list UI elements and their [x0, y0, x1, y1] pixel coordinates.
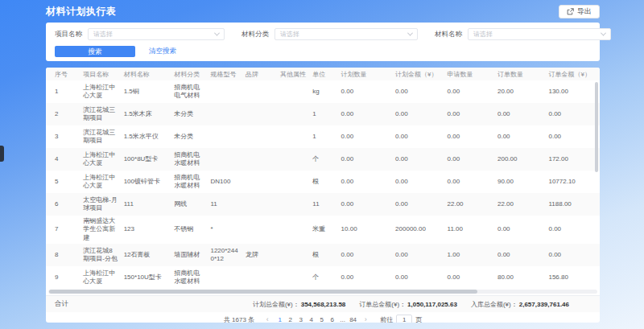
column-header: 计划金额（¥）: [393, 68, 444, 80]
table-cell: 招商机电 水暖材料: [171, 171, 208, 193]
table-cell: 根: [310, 244, 338, 266]
goto-page-input[interactable]: [396, 315, 412, 323]
table-cell: 1.5铜: [122, 80, 171, 103]
clear-search-link[interactable]: 清空搜索: [149, 47, 176, 56]
table-cell: 网线: [171, 193, 208, 216]
column-header: 序号: [46, 68, 80, 80]
table-cell: 156.80: [546, 266, 600, 289]
plan-total-value: 354,568,213.58: [301, 301, 346, 308]
table-cell: 11: [310, 193, 338, 216]
table-cell: 0.00: [339, 244, 393, 266]
order-total: 订单总金额(¥)： 1,050,117,025.63: [359, 300, 457, 309]
page-number[interactable]: 3: [295, 315, 306, 323]
page-number[interactable]: 5: [316, 315, 327, 323]
table-cell: 上海松江中心大厦: [80, 148, 121, 171]
table-cell: 不锈钢: [171, 216, 208, 244]
table-cell: 4: [46, 148, 80, 171]
vertical-scrollbar[interactable]: [595, 82, 598, 172]
table-row: 8滨江花城8期项目-分包12石膏板墙面辅材1220*2440*12龙牌根0.00…: [46, 244, 600, 266]
table-cell: 7: [46, 216, 80, 244]
prev-page-button[interactable]: ‹: [262, 315, 272, 323]
table-cell: [208, 125, 242, 148]
project-select[interactable]: 请选择: [88, 28, 225, 40]
chevron-down-icon: [601, 31, 606, 36]
table-cell: 1220*2440*12: [208, 244, 242, 266]
table-row: 2滨江花城三期项目1.5米木床未分类10.000.000.000.000.00: [46, 103, 600, 125]
chevron-down-icon: [407, 31, 413, 36]
page-number[interactable]: 4: [306, 315, 316, 323]
table-cell: 150*10U型卡: [122, 266, 171, 289]
next-page-button[interactable]: ›: [361, 315, 370, 323]
goto-label: 前往: [380, 315, 393, 323]
table-cell: 未分类: [171, 125, 208, 148]
filter-row: 项目名称 请选择 材料分类 请选择 材料名称 请选择: [55, 28, 591, 40]
table-cell: kg: [310, 80, 338, 103]
table-cell: 根: [310, 171, 338, 193]
table-cell: 0.00: [393, 171, 444, 193]
table-row: 5上海松江中心大厦100镀锌管卡招商机电 水暖材料DN100根0.000.000…: [46, 171, 600, 193]
table-cell: 5: [46, 171, 80, 193]
column-header: 材料分类: [171, 68, 208, 80]
table-cell: 1: [310, 125, 338, 148]
page-number[interactable]: 2: [285, 315, 295, 323]
table-cell: 个: [310, 266, 338, 289]
page-number[interactable]: 6: [327, 315, 337, 323]
table-cell: 11: [208, 193, 242, 216]
table-cell: 8: [46, 244, 80, 266]
column-header: 订单金额（¥）: [546, 68, 600, 80]
page-ellipsis: ...: [337, 315, 348, 323]
table-cell: 龙牌: [243, 244, 278, 266]
summary-totals: 计划总金额(¥)： 354,568,213.58 订单总金额(¥)： 1,050…: [253, 300, 569, 309]
table-cell: [278, 193, 310, 216]
column-header: 其他属性: [278, 68, 310, 80]
material-select[interactable]: 请选择: [468, 28, 611, 40]
table-cell: 招商机电 水暖材料: [171, 266, 208, 289]
table-cell: 未分类: [171, 103, 208, 125]
table-cell: [208, 266, 242, 289]
summary-row: 合计 计划总金额(¥)： 354,568,213.58 订单总金额(¥)： 1,…: [46, 295, 600, 312]
table-cell: 0.00: [339, 148, 393, 171]
table-cell: [243, 193, 278, 216]
table-cell: 1: [46, 80, 80, 103]
table-cell: 0.00: [495, 216, 546, 244]
table-cell: 滨江花城三期项目: [80, 125, 121, 148]
export-button-label: 导出: [577, 6, 592, 17]
category-select[interactable]: 请选择: [275, 28, 418, 40]
horizontal-scrollbar-thumb[interactable]: [49, 290, 477, 294]
sidebar-toggle-handle[interactable]: [0, 146, 4, 162]
table-cell: [243, 125, 278, 148]
search-button[interactable]: 搜索: [55, 46, 135, 57]
top-bar: 材料计划执行表 导出: [46, 0, 600, 23]
table-cell: 上海松江中心大厦: [80, 171, 121, 193]
table-cell: [278, 266, 310, 289]
page-number[interactable]: 84: [348, 315, 358, 323]
table-cell: 1: [310, 103, 338, 125]
table-cell: 招商机电 电气材料: [171, 80, 208, 103]
table-cell: 滨江花城三期项目: [80, 103, 121, 125]
project-select-placeholder: 请选择: [93, 30, 113, 39]
table-row: 4上海松江中心大厦100*8U型卡招商机电 水暖材料个0.000.000.002…: [46, 148, 600, 171]
table-cell: 0.00: [495, 244, 546, 266]
page-list: 123456...84: [275, 315, 358, 323]
table-cell: [243, 103, 278, 125]
table-cell: 墙面辅材: [171, 244, 208, 266]
table-cell: [243, 171, 278, 193]
table-row: 7南钢盛达大学生公寓新建123不锈钢*米重10.00200000.0011.00…: [46, 216, 600, 244]
table-cell: 0.00: [393, 125, 444, 148]
table-cell: 米重: [310, 216, 338, 244]
table-cell: 111: [122, 193, 171, 216]
table-cell: 1.5米水平仪: [122, 125, 171, 148]
table-row: 1上海松江中心大厦1.5铜招商机电 电气材料kg0.000.000.0020.0…: [46, 80, 600, 103]
table-cell: [278, 148, 310, 171]
horizontal-scrollbar-track[interactable]: [48, 290, 597, 294]
export-button[interactable]: 导出: [559, 5, 600, 19]
category-filter-label: 材料分类: [242, 30, 269, 39]
plan-total-label: 计划总金额(¥)：: [253, 300, 299, 309]
goto-page-group: 前往 页: [380, 315, 422, 323]
column-header: 项目名称: [80, 68, 121, 80]
table-cell: 0.00: [339, 193, 393, 216]
page-number[interactable]: 1: [275, 315, 285, 323]
table-cell: 0.00: [495, 125, 546, 148]
table-cell: 0.00: [339, 266, 393, 289]
inbound-total-value: 2,657,339,761.46: [519, 301, 569, 308]
